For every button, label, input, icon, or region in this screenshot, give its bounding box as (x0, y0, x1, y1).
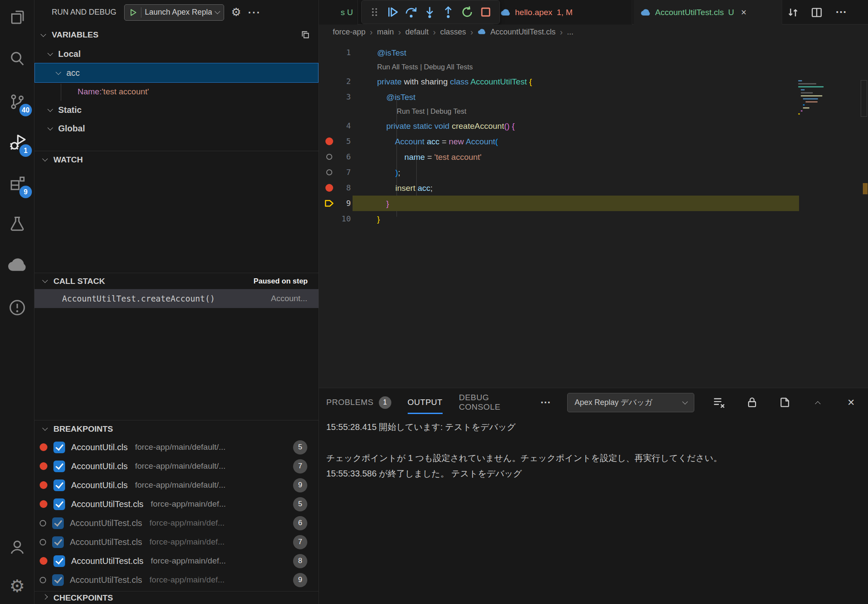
breakpoint-checkbox[interactable] (53, 479, 65, 491)
sidebar-header: RUN AND DEBUG Launch Apex Repla ⚙ ··· (34, 0, 318, 25)
line-number: 4 (332, 118, 351, 134)
code-editor[interactable]: 1@isTestRun All Tests | Debug All Tests2… (319, 39, 868, 388)
codelens-link[interactable]: Run All Tests | Debug All Tests (377, 60, 473, 74)
more-actions-icon[interactable]: ··· (832, 0, 851, 25)
source-control-icon[interactable]: 40 (0, 85, 34, 118)
watch-section-header[interactable]: WATCH (34, 151, 318, 168)
restart-button[interactable] (461, 6, 474, 19)
accounts-icon[interactable] (0, 531, 34, 564)
checkpoints-section-header[interactable]: CHECKPOINTS (34, 591, 318, 604)
tab-hello-apex[interactable]: hello.apex 1, M (493, 0, 632, 25)
variable-acc-row[interactable]: acc (34, 63, 318, 83)
breakpoint-list-item[interactable]: AccountUtilTest.clsforce-app/main/def...… (34, 551, 318, 570)
continue-button[interactable] (386, 6, 399, 19)
breakpoint-checkbox[interactable] (53, 555, 65, 567)
step-into-button[interactable] (423, 6, 436, 19)
close-panel-icon[interactable]: × (843, 393, 859, 412)
stop-button[interactable] (479, 6, 492, 19)
step-out-button[interactable] (442, 6, 455, 19)
breakpoint-line-badge: 8 (293, 554, 307, 568)
launch-config-button[interactable]: Launch Apex Repla (124, 4, 224, 21)
output-line: チェックポイントが 1 つも設定されていません。チェックポイントを設定し、再実行… (326, 450, 864, 466)
chevron-down-icon (682, 399, 688, 405)
minimap-line (798, 113, 800, 115)
tab-accountutiltest[interactable]: AccountUtilTest.cls U × (634, 0, 782, 25)
breakpoint-checkbox[interactable] (53, 442, 65, 453)
code-line: 2private with sharing class AccountUtilT… (319, 74, 868, 89)
salesforce-cloud-icon[interactable] (0, 248, 34, 281)
breakpoint-checkbox[interactable] (53, 498, 65, 510)
toolbar-drag-grip[interactable] (369, 6, 380, 18)
apex-cloud-icon (500, 9, 511, 16)
split-editor-icon[interactable] (810, 0, 829, 25)
tab-partial[interactable]: s U (319, 0, 358, 25)
variable-detail-row[interactable]: Name: 'test account' (34, 83, 318, 101)
breakpoint-list-item[interactable]: AccountUtil.clsforce-app/main/default/..… (34, 476, 318, 495)
debug-settings-gear-icon[interactable]: ⚙ (231, 6, 241, 19)
chevron-down-icon[interactable] (215, 9, 220, 14)
line-number: 8 (332, 180, 351, 196)
minimap-slider[interactable] (861, 80, 867, 117)
breakpoint-line-badge: 6 (293, 516, 307, 530)
codelens-link[interactable]: Run Test | Debug Test (397, 105, 466, 118)
line-number: 9 (332, 196, 351, 211)
more-actions-icon[interactable]: ··· (248, 6, 261, 19)
minimap-line (801, 110, 802, 112)
line-number: 3 (332, 89, 351, 105)
breakpoint-checkbox[interactable] (52, 574, 64, 586)
maximize-panel-icon[interactable] (810, 393, 827, 412)
start-debug-icon[interactable] (129, 8, 137, 17)
breakpoint-checkbox[interactable] (53, 461, 65, 472)
explorer-icon[interactable] (0, 1, 34, 34)
breakpoint-list-item[interactable]: AccountUtilTest.clsforce-app/main/def...… (34, 495, 318, 514)
open-changes-icon[interactable] (787, 0, 806, 25)
minimap[interactable] (798, 80, 859, 119)
more-panel-tabs-icon[interactable]: ··· (540, 396, 551, 408)
collapse-all-icon[interactable] (300, 30, 311, 40)
breakpoints-section-header[interactable]: BREAKPOINTS (34, 420, 318, 437)
run-and-debug-icon[interactable]: 1 (0, 126, 34, 159)
breadcrumb-item[interactable]: classes (440, 28, 466, 37)
breadcrumb-item[interactable]: ... (567, 28, 574, 37)
open-output-in-editor-icon[interactable] (777, 393, 793, 412)
variables-header-label: VARIABLES (52, 30, 98, 40)
output-channel-select[interactable]: Apex Replay デバッガ (567, 393, 694, 412)
scope-global-row[interactable]: Global (34, 119, 318, 137)
tab-debug-console[interactable]: DEBUG CONSOLE (459, 388, 525, 417)
variable-field-name: Name: (78, 87, 102, 97)
call-stack-frame-row[interactable]: AccountUtilTest.createAccount() Account.… (34, 289, 318, 308)
code-line: 10} (319, 211, 868, 227)
step-over-button[interactable] (405, 6, 418, 19)
breakpoint-checkbox[interactable] (52, 517, 64, 529)
settings-gear-icon[interactable]: ⚙ (0, 570, 34, 602)
breadcrumb-item[interactable]: main (377, 28, 394, 37)
breadcrumb-item[interactable]: force-app (333, 28, 365, 37)
breakpoint-list-item[interactable]: AccountUtilTest.clsforce-app/main/def...… (34, 570, 318, 589)
breadcrumb-item[interactable]: AccountUtilTest.cls (490, 28, 556, 37)
breakpoint-checkbox[interactable] (52, 536, 64, 548)
breakpoint-list-item[interactable]: AccountUtil.clsforce-app/main/default/..… (34, 438, 318, 457)
clear-output-icon[interactable] (711, 393, 727, 412)
tab-output[interactable]: OUTPUT (408, 388, 443, 417)
breakpoint-list-item[interactable]: AccountUtilTest.clsforce-app/main/def...… (34, 532, 318, 551)
breakpoint-list-item[interactable]: AccountUtilTest.clsforce-app/main/def...… (34, 514, 318, 532)
chevron-right-icon (42, 594, 48, 600)
scope-static-row[interactable]: Static (34, 101, 318, 119)
lock-scroll-icon[interactable] (743, 393, 760, 412)
search-icon[interactable] (0, 42, 34, 75)
extensions-icon[interactable]: 9 (0, 167, 34, 200)
variable-name-label: acc (66, 68, 80, 78)
tab-problems[interactable]: PROBLEMS 1 (326, 388, 391, 417)
call-stack-section-header[interactable]: CALL STACK Paused on step (34, 273, 318, 289)
breakpoint-list-item[interactable]: AccountUtil.clsforce-app/main/default/..… (34, 457, 318, 476)
editor-group: s U hello.apex 1, M AccountUtilTest.cls … (319, 0, 868, 388)
variables-section-header[interactable]: VARIABLES (34, 27, 318, 43)
scope-local-row[interactable]: Local (34, 45, 318, 63)
breadcrumb-separator-icon: › (560, 27, 563, 37)
close-icon[interactable]: × (741, 7, 746, 18)
output-channel-value: Apex Replay デバッガ (575, 397, 653, 408)
scope-static-label: Static (58, 105, 81, 115)
problems-warning-icon[interactable] (0, 291, 34, 324)
testing-beaker-icon[interactable] (0, 208, 34, 240)
breadcrumb-item[interactable]: default (405, 28, 428, 37)
